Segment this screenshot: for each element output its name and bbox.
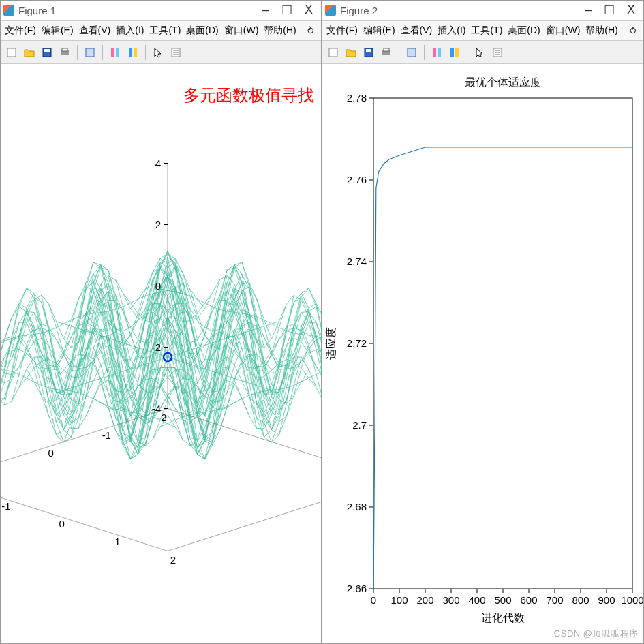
menu-help[interactable]: 帮助(H) [585, 25, 617, 37]
svg-text:2: 2 [170, 554, 176, 566]
svg-rect-44 [455, 48, 459, 57]
svg-text:1000: 1000 [621, 594, 643, 606]
new-figure-icon[interactable] [325, 44, 341, 61]
svg-rect-45 [450, 48, 454, 57]
svg-text:2.72: 2.72 [347, 337, 367, 349]
menu-tools[interactable]: 工具(T) [149, 25, 181, 37]
insert-legend-icon[interactable] [168, 44, 184, 61]
svg-text:400: 400 [468, 594, 485, 606]
watermark: CSDN @顶呱呱程序 [554, 628, 639, 640]
menubar-2: 文件(F) 编辑(E) 查看(V) 插入(I) 工具(T) 桌面(D) 窗口(W… [322, 21, 643, 42]
svg-text:0: 0 [48, 447, 53, 459]
data-cursor-icon[interactable] [403, 44, 420, 61]
svg-text:2.7: 2.7 [352, 419, 367, 431]
minimize-icon[interactable]: – [585, 3, 592, 18]
svg-text:2.76: 2.76 [347, 174, 367, 185]
svg-rect-41 [408, 48, 416, 57]
close-icon[interactable]: X [627, 3, 635, 18]
svg-text:1: 1 [114, 536, 120, 547]
menu-window[interactable]: 窗口(W) [224, 25, 259, 37]
svg-rect-43 [438, 48, 441, 57]
menu-help[interactable]: 帮助(H) [264, 25, 296, 37]
svg-rect-0 [7, 48, 16, 57]
menu-view[interactable]: 查看(V) [401, 25, 433, 37]
minimize-icon[interactable]: – [262, 3, 269, 18]
menu-insert[interactable]: 插入(I) [438, 25, 465, 37]
svg-rect-8 [134, 48, 137, 57]
svg-rect-2 [44, 49, 50, 52]
svg-text:最优个体适应度: 最优个体适应度 [465, 76, 541, 88]
svg-text:2.66: 2.66 [347, 583, 367, 594]
menu-edit[interactable]: 编辑(E) [363, 25, 395, 37]
link-icon[interactable] [107, 44, 123, 61]
svg-text:-2: -2 [157, 412, 166, 423]
print-icon[interactable] [378, 44, 395, 61]
svg-text:300: 300 [442, 594, 459, 606]
menu-file[interactable]: 文件(F) [5, 25, 36, 37]
svg-text:100: 100 [390, 594, 408, 606]
maximize-icon[interactable]: ☐ [604, 3, 615, 18]
open-icon[interactable] [343, 44, 359, 61]
svg-rect-6 [111, 48, 114, 57]
svg-text:200: 200 [416, 594, 433, 606]
link-icon[interactable] [429, 44, 445, 61]
menu-window[interactable]: 窗口(W) [546, 25, 581, 37]
toolbar-1 [1, 41, 321, 64]
svg-text:-1: -1 [102, 429, 111, 441]
svg-text:900: 900 [598, 594, 615, 606]
svg-rect-9 [129, 48, 132, 57]
svg-rect-4 [62, 48, 67, 51]
dock-icon[interactable]: ⥁ [307, 25, 317, 36]
svg-text:2.78: 2.78 [347, 92, 367, 104]
svg-text:500: 500 [494, 594, 511, 606]
save-icon[interactable] [361, 44, 377, 61]
menu-desktop[interactable]: 桌面(D) [186, 25, 218, 37]
svg-rect-38 [366, 49, 371, 52]
titlebar-2[interactable]: Figure 2 – ☐ X [322, 1, 643, 21]
line-plot: 010020030040050060070080090010002.662.68… [322, 64, 644, 643]
open-icon[interactable] [21, 44, 37, 61]
dock-icon[interactable]: ⥁ [630, 25, 639, 36]
annotation-text: 多元函数极值寻找 [183, 85, 314, 106]
svg-rect-7 [116, 48, 119, 57]
surface-plot: -4-2024-2-1012-2-1012 [1, 64, 322, 643]
matlab-icon [325, 5, 336, 16]
svg-rect-5 [86, 48, 94, 57]
menu-insert[interactable]: 插入(I) [116, 25, 144, 37]
pointer-icon[interactable] [150, 44, 166, 61]
menu-edit[interactable]: 编辑(E) [42, 25, 74, 37]
menu-tools[interactable]: 工具(T) [471, 25, 502, 37]
menu-view[interactable]: 查看(V) [79, 25, 111, 37]
maximize-icon[interactable]: ☐ [281, 3, 292, 18]
colorbar-icon[interactable] [125, 44, 141, 61]
svg-text:2.74: 2.74 [347, 256, 367, 267]
new-figure-icon[interactable] [3, 44, 20, 61]
colorbar-icon[interactable] [446, 44, 463, 61]
pointer-icon[interactable] [472, 44, 488, 61]
print-icon[interactable] [57, 44, 73, 61]
svg-rect-50 [373, 98, 632, 589]
toolbar-2 [322, 41, 643, 64]
matlab-icon [3, 5, 14, 16]
svg-rect-36 [329, 48, 337, 57]
titlebar-1[interactable]: Figure 1 – ☐ X [1, 1, 321, 21]
svg-text:-1: -1 [1, 500, 10, 512]
menu-file[interactable]: 文件(F) [326, 25, 358, 37]
window-title-2: Figure 2 [340, 5, 585, 16]
svg-text:适应度: 适应度 [325, 327, 337, 360]
svg-text:700: 700 [546, 594, 563, 606]
svg-text:0: 0 [155, 280, 161, 292]
figure-window-2: Figure 2 – ☐ X 文件(F) 编辑(E) 查看(V) 插入(I) 工… [322, 0, 644, 644]
svg-rect-40 [384, 48, 389, 51]
insert-legend-icon[interactable] [489, 44, 506, 61]
menu-desktop[interactable]: 桌面(D) [508, 25, 540, 37]
save-icon[interactable] [39, 44, 55, 61]
svg-text:2: 2 [155, 219, 161, 230]
svg-text:2.68: 2.68 [347, 501, 367, 512]
close-icon[interactable]: X [305, 3, 313, 18]
plot-area-3d[interactable]: 多元函数极值寻找 -4-2024-2-1012-2-1012 [1, 64, 321, 643]
plot-area-2d[interactable]: 010020030040050060070080090010002.662.68… [322, 64, 643, 643]
window-title-1: Figure 1 [18, 5, 262, 16]
svg-text:600: 600 [520, 594, 537, 606]
data-cursor-icon[interactable] [82, 44, 98, 61]
